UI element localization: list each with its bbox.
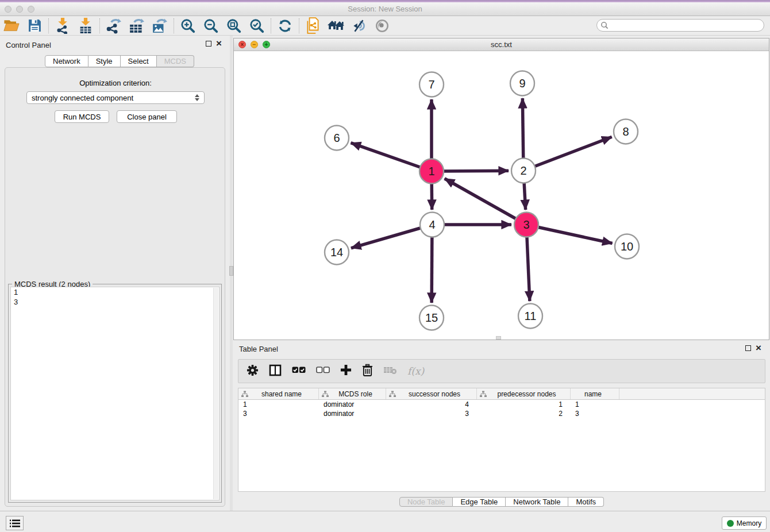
table-row[interactable]: 3 dominator 3 2 3	[238, 409, 765, 418]
save-session-button[interactable]	[23, 17, 46, 34]
select-stepper-icon	[195, 94, 199, 101]
cell-predecessor-nodes: 2	[477, 409, 571, 418]
session-title: Session: New Session	[0, 5, 770, 13]
import-table-icon	[78, 18, 93, 34]
graph-node-label: 15	[425, 311, 438, 324]
horizontal-splitter-grip[interactable]	[496, 336, 501, 340]
control-panel-title: Control Panel	[6, 41, 51, 49]
memory-status-icon	[727, 520, 734, 527]
column-header-mcds-role[interactable]: MCDS role	[319, 388, 386, 399]
graph-node-label: 7	[428, 78, 434, 91]
clone-network-icon	[306, 17, 321, 34]
graph-edge-3-10[interactable]	[526, 225, 613, 243]
deselect-all-icon	[316, 366, 330, 374]
toolbar-separator	[48, 18, 49, 33]
tab-style[interactable]: Style	[88, 55, 121, 67]
column-header-shared-name[interactable]: shared name	[238, 388, 319, 399]
show-graphics-details-button[interactable]	[371, 17, 394, 34]
close-panel-icon[interactable]: ×	[216, 41, 222, 47]
graph-edge-3-1[interactable]	[445, 179, 526, 225]
tab-motifs[interactable]: Motifs	[568, 497, 604, 507]
table-row[interactable]: 1 dominator 4 1 1	[238, 400, 765, 409]
graph-node-label: 14	[330, 246, 343, 259]
mcds-result-textarea[interactable]: 1 3	[10, 287, 220, 500]
column-header-successor-nodes[interactable]: successor nodes	[386, 388, 477, 399]
memory-button[interactable]: Memory	[722, 516, 767, 530]
optimization-criterion-select[interactable]: strongly connected component	[26, 91, 205, 104]
tab-select[interactable]: Select	[121, 55, 157, 67]
delete-column-button[interactable]	[362, 364, 373, 379]
tab-mcds[interactable]: MCDS	[157, 55, 194, 67]
hide-graphics-details-button[interactable]	[348, 17, 371, 34]
close-panel-button[interactable]: Close panel	[117, 110, 177, 123]
zoom-fit-button[interactable]	[222, 17, 245, 34]
search-field	[596, 19, 764, 32]
export-network-icon	[106, 18, 122, 34]
zoom-out-icon	[203, 18, 219, 34]
graph-edge-1-6[interactable]	[351, 143, 432, 171]
zoom-in-button[interactable]	[176, 17, 199, 34]
column-header-name[interactable]: name	[571, 388, 619, 399]
open-folder-icon	[3, 19, 20, 33]
import-network-button[interactable]	[51, 17, 74, 34]
cell-predecessor-nodes: 1	[477, 400, 571, 409]
network-view-title: scc.txt	[234, 40, 769, 49]
plus-icon	[340, 364, 352, 376]
cell-mcds-role: dominator	[319, 400, 386, 409]
tab-edge-table[interactable]: Edge Table	[453, 497, 506, 507]
close-panel-icon[interactable]: ×	[756, 345, 761, 351]
save-icon	[28, 18, 42, 33]
control-panel-tabs: Network Style Select MCDS	[45, 55, 194, 67]
table-panel-window-buttons: ×	[745, 345, 761, 351]
graph-edge-2-8[interactable]	[523, 137, 612, 171]
graph-node-label: 1	[428, 165, 434, 178]
zoom-fit-icon	[226, 18, 242, 34]
task-history-button[interactable]	[6, 516, 24, 530]
control-panel-window-buttons: ×	[206, 41, 222, 47]
hide-graphics-icon	[351, 18, 367, 33]
tab-node-table[interactable]: Node Table	[399, 497, 453, 507]
export-image-button[interactable]	[148, 17, 171, 34]
cell-name: 3	[571, 409, 619, 418]
column-browser-button[interactable]	[269, 364, 282, 379]
add-column-button[interactable]	[340, 364, 352, 378]
run-mcds-button[interactable]: Run MCDS	[55, 110, 109, 123]
search-input[interactable]	[596, 19, 764, 32]
open-session-button[interactable]	[0, 17, 23, 34]
zoom-in-icon	[180, 18, 196, 34]
column-header-predecessor-nodes[interactable]: predecessor nodes	[477, 388, 571, 399]
cell-successor-nodes: 3	[386, 409, 477, 418]
toolbar-separator	[299, 18, 299, 33]
zoom-selected-icon	[249, 18, 265, 34]
selected-option: strongly connected component	[32, 94, 133, 102]
deselect-all-button[interactable]	[316, 366, 330, 376]
splitter-grip[interactable]	[229, 266, 233, 276]
list-icon	[10, 519, 20, 527]
export-table-button[interactable]	[125, 17, 148, 34]
table-settings-button[interactable]	[247, 364, 259, 379]
cell-mcds-role: dominator	[319, 409, 386, 418]
export-network-button[interactable]	[102, 17, 125, 34]
float-panel-icon[interactable]	[206, 41, 211, 47]
result-scrollbar[interactable]	[213, 288, 218, 499]
zoom-out-button[interactable]	[199, 17, 222, 34]
memory-label: Memory	[737, 519, 761, 527]
function-builder-button[interactable]: f(x)	[407, 365, 424, 377]
network-graph[interactable]: 1234678910111415	[234, 51, 769, 340]
clone-network-button[interactable]	[302, 17, 325, 34]
toolbar-separator	[271, 18, 271, 33]
float-panel-icon[interactable]	[745, 345, 751, 351]
import-table-button[interactable]	[74, 17, 97, 34]
mcds-result-group: MCDS result (2 nodes) 1 3	[8, 284, 222, 503]
graph-node-label: 9	[519, 77, 525, 90]
delete-table-button[interactable]	[383, 365, 397, 377]
zoom-selected-button[interactable]	[245, 17, 268, 34]
tab-network-table[interactable]: Network Table	[506, 497, 568, 507]
tree-icon	[322, 391, 329, 398]
select-all-button[interactable]	[292, 366, 306, 376]
apply-layout-button[interactable]	[274, 17, 297, 34]
home-button[interactable]	[325, 17, 348, 34]
eye-icon	[374, 18, 390, 33]
titlebar: Session: New Session	[0, 2, 770, 16]
tab-network[interactable]: Network	[45, 55, 88, 67]
